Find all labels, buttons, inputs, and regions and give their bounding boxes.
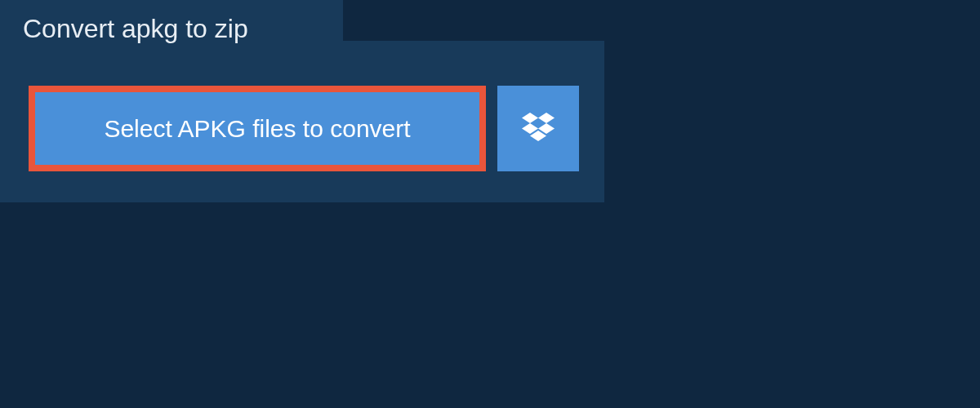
select-files-button[interactable]: Select APKG files to convert	[29, 86, 486, 171]
action-row: Select APKG files to convert	[0, 57, 604, 202]
tab-convert[interactable]: Convert apkg to zip	[0, 0, 343, 57]
tab-label: Convert apkg to zip	[23, 14, 248, 44]
dropbox-button[interactable]	[497, 86, 579, 171]
converter-panel: Convert apkg to zip Select APKG files to…	[0, 41, 604, 202]
dropbox-icon	[522, 113, 555, 145]
select-files-label: Select APKG files to convert	[104, 115, 410, 143]
